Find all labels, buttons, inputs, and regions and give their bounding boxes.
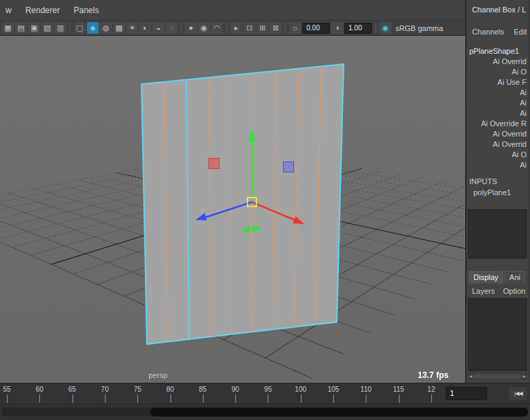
channel-attribute[interactable]: Ai Override R (467, 119, 529, 129)
viewport-canvas[interactable]: persp 13.7 fps (0, 36, 465, 383)
shadows-icon[interactable]: ◐ (139, 22, 151, 34)
time-tick-label: 100 (295, 386, 306, 393)
channel-box-menu-edit[interactable]: Edit (513, 28, 527, 36)
time-tick-line (105, 394, 106, 403)
gate-mask-icon[interactable]: ▥ (55, 22, 66, 34)
channel-attribute[interactable]: Ai (467, 160, 529, 170)
layer-menu-layers[interactable]: Layers (472, 287, 495, 295)
layer-editor-menus: LayersOption (467, 283, 529, 297)
curve-smoothness-icon[interactable]: ◠ (211, 22, 223, 34)
layer-scrollbar[interactable]: ◂ ▸ (468, 372, 527, 380)
view-transform-icon[interactable]: ◉ (380, 22, 391, 34)
ambient-occlusion-icon[interactable]: ◒ (153, 22, 164, 34)
time-tick-label: 80 (166, 386, 174, 393)
channel-attribute[interactable]: Ai Overrid (467, 139, 529, 150)
layer-list-area[interactable] (468, 298, 527, 371)
exposure-icon[interactable]: ☼ (289, 22, 301, 34)
scroll-left-icon[interactable]: ◂ (469, 374, 472, 379)
time-slider-ticks[interactable]: 55606570758085909510010511011512 (0, 383, 442, 403)
tab-display[interactable]: Display (469, 271, 503, 283)
time-tick-line (7, 394, 8, 403)
input-node-name[interactable]: polyPlane1 (467, 186, 529, 197)
manipulator-xy-plane-handle[interactable] (209, 159, 219, 169)
toolbar-separator (226, 23, 227, 33)
time-tick-line (203, 394, 204, 403)
time-tick-line (431, 394, 432, 403)
time-tick-label: 110 (360, 386, 371, 393)
time-tick-label: 115 (393, 386, 404, 393)
shaded-display-icon[interactable]: ◆ (87, 22, 99, 34)
fps-counter: 13.7 fps (418, 370, 449, 380)
channel-attribute[interactable]: Ai Use F (467, 77, 529, 88)
time-tick-line (366, 394, 366, 403)
toolbar-separator (285, 23, 286, 33)
time-tick-label: 70 (101, 386, 108, 393)
time-tick-label: 55 (3, 386, 10, 393)
exposure-field[interactable]: 0.00 (302, 23, 330, 34)
film-gate-icon[interactable]: ▣ (28, 22, 40, 34)
time-tick-label: 85 (199, 386, 206, 393)
menu-item-renderer[interactable]: Renderer (26, 6, 60, 15)
channel-attribute[interactable]: Ai (467, 88, 529, 98)
time-slider[interactable]: 55606570758085909510010511011512 1 |◀◀ (0, 383, 530, 403)
motion-blur-icon[interactable]: ◌ (166, 22, 177, 34)
go-to-start-button[interactable]: |◀◀ (509, 387, 527, 400)
time-tick-line (333, 394, 334, 403)
channel-attribute[interactable]: Ai (467, 108, 529, 119)
checker-map-icon[interactable]: ▩ (113, 22, 125, 34)
time-tick-line (301, 394, 302, 403)
use-all-lights-icon[interactable]: ✶ (126, 22, 138, 34)
isolate-select-icon[interactable]: ⊡ (244, 22, 255, 34)
time-tick-line (235, 394, 236, 403)
textured-display-icon[interactable]: ◍ (100, 22, 112, 34)
layer-menu-option[interactable]: Option (503, 287, 525, 295)
shape-node-name[interactable]: pPlaneShape1 (467, 39, 529, 57)
camera-name-label[interactable]: persp (142, 371, 174, 379)
time-tick-line (170, 394, 171, 403)
tab-ani[interactable]: Ani (504, 271, 525, 283)
viewport-panel: wRendererPanels ▦▤▣▧▥▢◆◍▩✶◐◒◌●◉◠▸⊡⊞⊠☼0.0… (0, 0, 467, 383)
multisample-icon[interactable]: ● (185, 22, 197, 34)
pane-layout-icon[interactable]: ⊞ (257, 22, 268, 34)
menu-item-w[interactable]: w (6, 6, 12, 15)
main-row: wRendererPanels ▦▤▣▧▥▢◆◍▩✶◐◒◌●◉◠▸⊡⊞⊠☼0.0… (0, 0, 530, 383)
current-frame-field[interactable]: 1 (446, 387, 487, 400)
channel-attribute[interactable]: Ai Overrid (467, 129, 529, 139)
toolbar-separator (70, 23, 70, 33)
channel-box-menu-channels[interactable]: Channels (472, 28, 504, 36)
time-tick-line (39, 394, 40, 403)
gamma-field[interactable]: 1.00 (344, 23, 372, 34)
select-object-icon[interactable]: ▸ (230, 22, 242, 34)
channel-attribute-list: Ai OverridAi OAi Use FAiAiAiAi Override … (467, 57, 529, 170)
wireframe-display-icon[interactable]: ▢ (74, 22, 86, 34)
poly-plane[interactable] (141, 64, 344, 344)
inputs-section-header: INPUTS (467, 170, 529, 186)
colorspace-label[interactable]: sRGB gamma (395, 24, 443, 32)
channel-box-menus: ChannelsEdit (467, 17, 529, 39)
scroll-track[interactable] (473, 374, 522, 379)
channel-attribute[interactable]: Ai Overrid (467, 57, 529, 67)
range-slider[interactable] (0, 403, 530, 420)
scene-overlay[interactable] (0, 36, 465, 383)
time-tick-line (72, 394, 73, 403)
grid-display-icon[interactable]: ▤ (15, 22, 27, 34)
channel-attribute[interactable]: Ai O (467, 67, 529, 77)
resolution-gate-icon[interactable]: ▧ (41, 22, 53, 34)
select-camera-icon[interactable]: ▦ (2, 22, 14, 34)
time-tick-label: 95 (264, 386, 272, 393)
panel-toolbar: ▦▤▣▧▥▢◆◍▩✶◐◒◌●◉◠▸⊡⊞⊠☼0.00◑1.00◉sRGB gamm… (0, 21, 465, 36)
channel-attribute[interactable]: Ai O (467, 150, 529, 160)
time-tick-label: 60 (36, 386, 43, 393)
depth-of-field-icon[interactable]: ◉ (198, 22, 210, 34)
time-tick-line (137, 394, 138, 403)
manipulator-yz-plane-handle[interactable] (284, 162, 294, 172)
scroll-right-icon[interactable]: ▸ (523, 374, 526, 379)
xray-display-icon[interactable]: ⊠ (270, 22, 282, 34)
channel-attribute[interactable]: Ai (467, 98, 529, 108)
menu-item-panels[interactable]: Panels (74, 6, 99, 15)
time-tick-label: 12 (427, 386, 435, 393)
time-tick-line (268, 394, 268, 403)
toolbar-separator (181, 23, 181, 33)
gamma-icon[interactable]: ◑ (331, 22, 343, 34)
range-slider-handle[interactable] (150, 408, 528, 417)
